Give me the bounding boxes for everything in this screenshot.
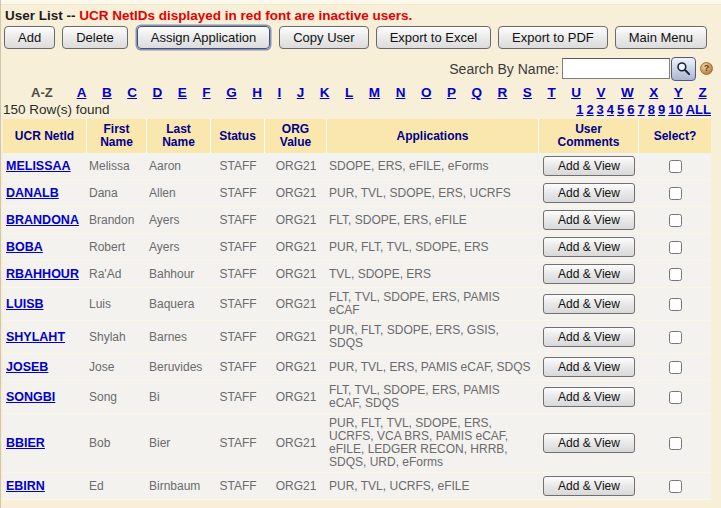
user-comments-cell: Add & View — [539, 473, 639, 499]
select-checkbox[interactable] — [669, 160, 682, 173]
select-checkbox[interactable] — [669, 241, 682, 254]
alphabet-link-z[interactable]: Z — [698, 85, 706, 100]
table-row: JOSEB Jose Beruvides STAFF ORG21 PUR, TV… — [3, 354, 711, 381]
page-link-9[interactable]: 9 — [658, 102, 665, 117]
page-link-3[interactable]: 3 — [597, 102, 604, 117]
page-link-4[interactable]: 4 — [607, 102, 614, 117]
applications-cell: PUR, FLT, TVL, SDOPE, ERS — [327, 238, 539, 257]
alphabet-link-u[interactable]: U — [571, 85, 581, 100]
select-checkbox[interactable] — [669, 214, 682, 227]
alphabet-bar: A-Z ABCDEFGHIJKLMNOPQRSTUVWXYZ — [1, 82, 721, 101]
first-name-cell: Luis — [87, 295, 147, 314]
alphabet-link-p[interactable]: P — [447, 85, 456, 100]
netid-link[interactable]: SHYLAHT — [6, 330, 65, 344]
table-row: EBIRN Ed Birnbaum STAFF ORG21 PUR, TVL, … — [3, 473, 711, 500]
last-name-cell: Bier — [147, 434, 211, 453]
netid-link[interactable]: DANALB — [6, 186, 59, 200]
alphabet-link-l[interactable]: L — [345, 85, 353, 100]
alphabet-link-f[interactable]: F — [202, 85, 210, 100]
magnifier-icon — [676, 61, 691, 76]
netid-link[interactable]: JOSEB — [6, 360, 48, 374]
search-input[interactable] — [562, 58, 670, 79]
add-and-view-comments-button[interactable]: Add & View — [543, 183, 635, 203]
add-and-view-comments-button[interactable]: Add & View — [543, 264, 635, 284]
netid-link[interactable]: BOBA — [6, 240, 43, 254]
add-and-view-comments-button[interactable]: Add & View — [543, 433, 635, 453]
page-link-7[interactable]: 7 — [638, 102, 645, 117]
applications-cell: FLT, SDOPE, ERS, eFILE — [327, 211, 539, 230]
alphabet-link-m[interactable]: M — [369, 85, 380, 100]
add-and-view-comments-button[interactable]: Add & View — [543, 210, 635, 230]
alphabet-link-v[interactable]: V — [596, 85, 605, 100]
netid-link[interactable]: RBAHHOUR — [6, 267, 79, 281]
page-link-all[interactable]: ALL — [686, 102, 711, 117]
alphabet-link-i[interactable]: I — [277, 85, 281, 100]
first-name-cell: Melissa — [87, 157, 147, 176]
alphabet-link-g[interactable]: G — [226, 85, 237, 100]
first-name-cell: Jose — [87, 358, 147, 377]
last-name-cell: Bahhour — [147, 265, 211, 284]
alphabet-link-d[interactable]: D — [153, 85, 163, 100]
alphabet-link-o[interactable]: O — [421, 85, 432, 100]
help-icon[interactable]: ? — [700, 62, 713, 75]
netid-link[interactable]: SONGBI — [6, 390, 55, 404]
select-checkbox[interactable] — [669, 298, 682, 311]
delete-button[interactable]: Delete — [62, 26, 128, 49]
page-link-8[interactable]: 8 — [648, 102, 655, 117]
add-and-view-comments-button[interactable]: Add & View — [543, 387, 635, 407]
main-menu-button[interactable]: Main Menu — [615, 26, 707, 49]
netid-link[interactable]: BBIER — [6, 436, 45, 450]
select-checkbox[interactable] — [669, 437, 682, 450]
page-link-5[interactable]: 5 — [617, 102, 624, 117]
select-checkbox[interactable] — [669, 268, 682, 281]
column-header: User Comments — [539, 119, 639, 153]
search-button[interactable] — [671, 57, 696, 81]
alphabet-link-x[interactable]: X — [649, 85, 658, 100]
alphabet-link-q[interactable]: Q — [472, 85, 483, 100]
select-cell — [639, 238, 711, 257]
alphabet-link-a[interactable]: A — [77, 85, 87, 100]
netid-link[interactable]: LUISB — [6, 297, 44, 311]
alphabet-link-k[interactable]: K — [320, 85, 330, 100]
page-title: User List -- UCR NetIDs displayed in red… — [1, 5, 721, 25]
page-link-2[interactable]: 2 — [586, 102, 593, 117]
table-row: SONGBI Song Bi STAFF ORG21 FLT, TVL, SDO… — [3, 381, 711, 414]
copy-user-button[interactable]: Copy User — [279, 26, 368, 49]
netid-link[interactable]: EBIRN — [6, 479, 45, 493]
alphabet-link-s[interactable]: S — [523, 85, 532, 100]
alphabet-link-h[interactable]: H — [252, 85, 262, 100]
select-checkbox[interactable] — [669, 480, 682, 493]
select-checkbox[interactable] — [669, 391, 682, 404]
alphabet-link-t[interactable]: T — [547, 85, 555, 100]
page-link-1[interactable]: 1 — [576, 102, 583, 117]
alphabet-link-j[interactable]: J — [297, 85, 305, 100]
alphabet-link-b[interactable]: B — [102, 85, 112, 100]
netid-cell: BBIER — [3, 434, 87, 453]
netid-link[interactable]: MELISSAA — [6, 159, 71, 173]
add-button[interactable]: Add — [4, 26, 55, 49]
alphabet-link-w[interactable]: W — [621, 85, 634, 100]
assign-application-button[interactable]: Assign Application — [137, 26, 271, 49]
last-name-cell: Aaron — [147, 157, 211, 176]
add-and-view-comments-button[interactable]: Add & View — [543, 294, 635, 314]
alphabet-link-c[interactable]: C — [127, 85, 137, 100]
column-header: Applications — [327, 119, 539, 153]
add-and-view-comments-button[interactable]: Add & View — [543, 237, 635, 257]
page-link-6[interactable]: 6 — [627, 102, 634, 117]
export-to-excel-button[interactable]: Export to Excel — [376, 26, 491, 49]
add-and-view-comments-button[interactable]: Add & View — [543, 476, 635, 496]
add-and-view-comments-button[interactable]: Add & View — [543, 357, 635, 377]
alphabet-link-r[interactable]: R — [498, 85, 508, 100]
alphabet-link-n[interactable]: N — [396, 85, 406, 100]
export-to-pdf-button[interactable]: Export to PDF — [498, 26, 608, 49]
select-checkbox[interactable] — [669, 187, 682, 200]
status-cell: STAFF — [211, 295, 265, 314]
add-and-view-comments-button[interactable]: Add & View — [543, 327, 635, 347]
select-checkbox[interactable] — [669, 361, 682, 374]
alphabet-link-e[interactable]: E — [178, 85, 187, 100]
alphabet-link-y[interactable]: Y — [674, 85, 683, 100]
netid-link[interactable]: BRANDONA — [6, 213, 79, 227]
add-and-view-comments-button[interactable]: Add & View — [543, 156, 635, 176]
select-checkbox[interactable] — [669, 331, 682, 344]
page-link-10[interactable]: 10 — [668, 102, 682, 117]
